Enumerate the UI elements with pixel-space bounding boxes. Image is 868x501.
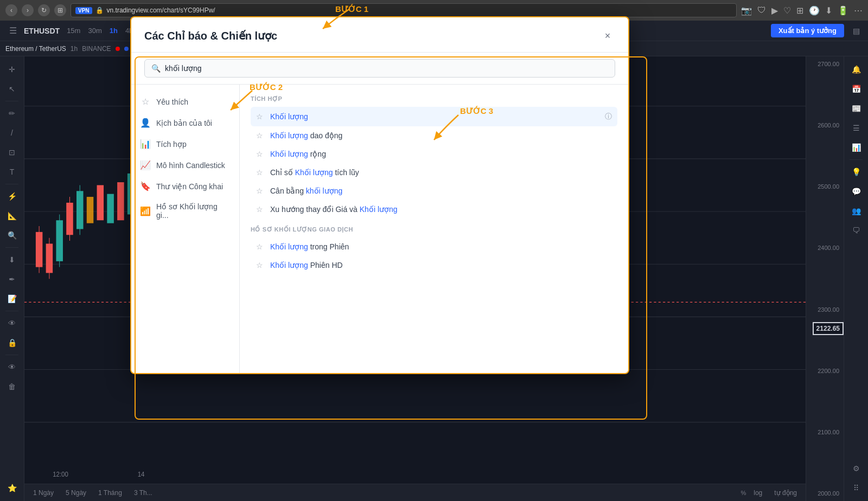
bulb-icon[interactable]: 💡 — [847, 163, 865, 181]
visible-tool[interactable]: 👁 — [3, 358, 21, 376]
url-bar[interactable]: VPN 🔒 vn.tradingview.com/chart/sYC99HPw/ — [71, 3, 737, 17]
price-2500: 2500.00 — [808, 183, 841, 190]
result-khoi-luong-phien[interactable]: ☆ Khối lượng trong Phiên — [251, 237, 617, 256]
history-icon[interactable]: 🕐 — [809, 5, 820, 16]
price-2300: 2300.00 — [808, 306, 841, 313]
chart2-icon[interactable]: 📊 — [847, 139, 865, 156]
vpn-badge: VPN — [75, 7, 92, 14]
grid-icon[interactable]: ⊞ — [796, 5, 803, 16]
screenshot-icon[interactable]: 📷 — [741, 5, 752, 16]
percent-sign: % — [741, 490, 746, 496]
star-icon-2[interactable]: ☆ — [256, 150, 266, 158]
cursor-tool[interactable]: ↖ — [3, 80, 21, 98]
shapes-tool[interactable]: ⊡ — [3, 144, 21, 161]
log-btn[interactable]: log — [749, 488, 767, 498]
brush-tool[interactable]: ✒ — [3, 271, 21, 288]
modal-title: Các Chỉ báo & Chiến lược — [144, 29, 277, 42]
bottom-toolbar: 1 Ngày 5 Ngày 1 Tháng 3 Th... % log tự đ… — [24, 484, 806, 501]
tf-5day[interactable]: 5 Ngày — [61, 488, 91, 498]
star-tool[interactable]: ⭐ — [3, 479, 21, 497]
sidebar-right-btn[interactable]: ▤ — [848, 23, 864, 38]
modal-results: TÍCH HỢP ☆ Khối lượng ⓘ ☆ Khối lượng dao… — [240, 85, 628, 373]
text-tool[interactable]: T — [3, 163, 21, 181]
star-icon-7[interactable]: ☆ — [256, 261, 266, 269]
measure-tool[interactable]: 📐 — [3, 207, 21, 224]
nav-forward[interactable]: › — [22, 4, 34, 16]
result-xu-huong-khoi-luong[interactable]: ☆ Xu hướng thay đổi Giá và Khối lượng — [251, 200, 617, 219]
heart-icon[interactable]: ♡ — [783, 5, 791, 16]
chat-icon[interactable]: 💬 — [847, 183, 865, 200]
highlight-1a: Khối lượng — [270, 131, 308, 140]
star-icon-3[interactable]: ☆ — [256, 168, 266, 177]
people-icon[interactable]: 👥 — [847, 202, 865, 220]
nav-my-scripts[interactable]: 👤 Kịch bản của tôi — [131, 112, 239, 133]
search-input[interactable] — [165, 64, 608, 73]
play-icon[interactable]: ▶ — [771, 5, 778, 16]
svg-rect-19 — [107, 194, 114, 223]
text-4a: Cân bằng — [270, 187, 306, 195]
tf-15m[interactable]: 15m — [64, 25, 83, 36]
menu-btn[interactable]: ☰ — [4, 22, 22, 40]
result-khoi-luong[interactable]: ☆ Khối lượng ⓘ — [251, 107, 617, 126]
nav-tabs[interactable]: ⊞ — [54, 4, 66, 16]
nav-built-in[interactable]: 📊 Tích hợp — [131, 133, 239, 155]
tf-3month[interactable]: 3 Th... — [130, 488, 157, 498]
nav-public-library-label: Thư viện Công khai — [156, 182, 223, 191]
modal-left-nav: ☆ Yêu thích 👤 Kịch bản của tôi 📊 Tích hợ… — [131, 85, 240, 373]
result-text-7: Khối lượng Phiên HD — [270, 261, 612, 269]
indicator-modal[interactable]: Các Chỉ báo & Chiến lược × 🔍 ☆ Yêu thích… — [130, 16, 629, 374]
fib-tool[interactable]: ⚡ — [3, 188, 21, 205]
tf-1day[interactable]: 1 Ngày — [29, 488, 58, 498]
star-icon-0[interactable]: ☆ — [256, 112, 266, 121]
result-khoi-luong-rong[interactable]: ☆ Khối lượng rộng — [251, 145, 617, 163]
battery-icon: 🔋 — [838, 5, 848, 16]
download-icon[interactable]: ⬇ — [825, 5, 832, 16]
result-can-bang-khoi-luong[interactable]: ☆ Cân bằng khối lượng — [251, 182, 617, 200]
trash-tool[interactable]: 🗑 — [3, 378, 21, 395]
crosshair-tool[interactable]: ✛ — [3, 61, 21, 78]
more-icon[interactable]: ⋯ — [854, 5, 863, 16]
star-icon-1[interactable]: ☆ — [256, 131, 266, 140]
nav-refresh[interactable]: ↻ — [38, 4, 50, 16]
lock-tool[interactable]: 🔒 — [3, 334, 21, 351]
nav-public-library[interactable]: 🔖 Thư viện Công khai — [131, 176, 239, 197]
nav-volume-profile[interactable]: 📶 Hồ sơ Khối lượng gi... — [131, 197, 239, 225]
price-2000: 2000.00 — [808, 490, 841, 497]
nav-favorites-label: Yêu thích — [156, 98, 188, 106]
shield-icon[interactable]: 🛡 — [757, 5, 766, 15]
line-tool[interactable]: / — [3, 124, 21, 142]
gear-icon[interactable]: ⚙ — [847, 460, 865, 477]
modal-close-btn[interactable]: × — [600, 28, 615, 43]
nav-favorites[interactable]: ☆ Yêu thích — [131, 91, 239, 112]
publish-btn[interactable]: Xuất bản ý tưởng — [771, 24, 844, 37]
star-icon-4[interactable]: ☆ — [256, 187, 266, 195]
list-icon[interactable]: ☰ — [847, 119, 865, 137]
news-icon[interactable]: 📰 — [847, 100, 865, 117]
search-box[interactable]: 🔍 — [144, 59, 615, 78]
calendar-icon[interactable]: 📅 — [847, 80, 865, 98]
tf-1month[interactable]: 1 Tháng — [94, 488, 126, 498]
nav-volume-profile-label: Hồ sơ Khối lượng gi... — [156, 202, 231, 220]
price-2700: 2700.00 — [808, 61, 841, 67]
nav-candlestick[interactable]: 📈 Mô hình Candlestick — [131, 155, 239, 176]
star-icon-5[interactable]: ☆ — [256, 205, 266, 214]
candle-nav-icon: 📈 — [140, 160, 151, 170]
browser-right-icons: 📷 🛡 ▶ ♡ ⊞ 🕐 ⬇ 🔋 ⋯ — [741, 5, 863, 16]
alarm-icon[interactable]: 🔔 — [847, 61, 865, 78]
result-khoi-luong-phien-hd[interactable]: ☆ Khối lượng Phiên HD — [251, 256, 617, 274]
arrow-down-tool[interactable]: ⬇ — [3, 251, 21, 268]
nav-back[interactable]: ‹ — [5, 4, 17, 16]
dots-icon[interactable]: ⠿ — [847, 479, 865, 497]
pen-tool[interactable]: ✏ — [3, 105, 21, 122]
tf-30m[interactable]: 30m — [85, 25, 104, 36]
annotation-tool[interactable]: 📝 — [3, 290, 21, 307]
zoom-tool[interactable]: 🔍 — [3, 227, 21, 244]
chat2-icon[interactable]: 🗨 — [847, 222, 865, 239]
auto-btn[interactable]: tự động — [770, 488, 801, 498]
tf-1h[interactable]: 1h — [107, 25, 120, 36]
star-icon-6[interactable]: ☆ — [256, 242, 266, 251]
help-icon-0[interactable]: ⓘ — [605, 112, 612, 121]
eye-tool[interactable]: 👁 — [3, 314, 21, 332]
result-chi-so-khoi-luong[interactable]: ☆ Chỉ số Khối lượng tích lũy — [251, 163, 617, 182]
result-khoi-luong-dao-dong[interactable]: ☆ Khối lượng dao động — [251, 126, 617, 145]
